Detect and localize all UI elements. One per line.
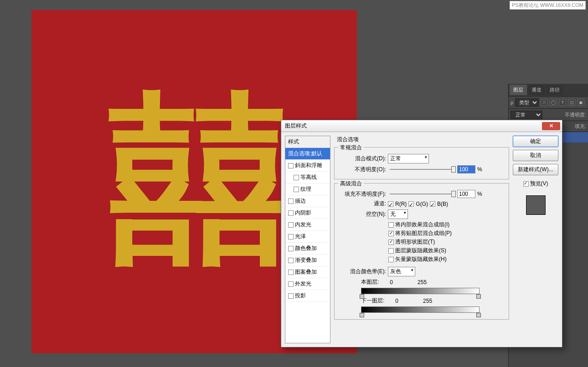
- tab-channels[interactable]: 通道: [528, 85, 545, 95]
- watermark-label: PS教程论坛 WWW.16XX8.COM: [510, 1, 586, 10]
- filter-shape-icon[interactable]: ◫: [568, 99, 575, 106]
- new-style-button[interactable]: 新建样式(W)...: [513, 164, 558, 175]
- under-layer-label: 下一图层:: [361, 297, 384, 305]
- dialog-buttons: 确定 取消 新建样式(W)... 预览(V): [513, 136, 558, 343]
- layer-style-dialog: 图层样式 ✕ 样式 混合选项:默认 斜面和浮雕 等高线 纹理 描边 内阴影 内发…: [281, 120, 562, 347]
- style-item-bevel[interactable]: 斜面和浮雕: [285, 160, 330, 172]
- opt-vectormask-label: 矢量蒙版隐藏效果(H): [395, 255, 447, 263]
- under-black-thumb[interactable]: [360, 313, 364, 317]
- canvas-text-layer: 囍: [108, 59, 281, 305]
- this-black-thumb[interactable]: [360, 294, 364, 299]
- opacity-label: 不透明度(O):: [338, 166, 386, 173]
- fill-opacity-input[interactable]: 100: [457, 190, 475, 198]
- fill-label: 填充:: [575, 123, 586, 130]
- opt-vectormask-check[interactable]: [388, 257, 394, 262]
- channel-g-check[interactable]: ✓: [408, 201, 414, 207]
- tab-layers[interactable]: 图层: [510, 85, 527, 95]
- advanced-legend: 高级混合: [338, 180, 364, 188]
- filter-text-icon[interactable]: T: [559, 99, 566, 106]
- blend-mode-select[interactable]: 正常: [511, 111, 542, 119]
- close-button[interactable]: ✕: [542, 122, 560, 130]
- knockout-dropdown[interactable]: 无: [388, 209, 408, 219]
- opt-clipped-label: 将剪贴图层混合成组(P): [395, 229, 452, 237]
- opt-interior-label: 将内部效果混合成组(I): [395, 221, 449, 229]
- style-item-inner-shadow[interactable]: 内阴影: [285, 207, 330, 219]
- style-item-blending-options[interactable]: 混合选项:默认: [285, 148, 330, 160]
- style-item-texture[interactable]: 纹理: [285, 184, 330, 195]
- this-white-thumb[interactable]: [476, 294, 481, 299]
- styles-list-header: 样式: [285, 136, 330, 148]
- filter-pixel-icon[interactable]: □: [541, 99, 548, 106]
- under-min: 0: [395, 298, 398, 304]
- style-item-outer-glow[interactable]: 外发光: [285, 278, 330, 290]
- opt-clipped-check[interactable]: [388, 231, 394, 236]
- fill-opacity-slider[interactable]: [390, 194, 454, 194]
- opt-transparency-check[interactable]: [388, 240, 394, 245]
- ok-button[interactable]: 确定: [513, 136, 558, 147]
- blendif-channel-dropdown[interactable]: 灰色: [388, 267, 415, 276]
- under-white-thumb[interactable]: [476, 313, 481, 317]
- dialog-title: 图层样式: [285, 122, 307, 130]
- channel-b-check[interactable]: ✓: [430, 201, 435, 207]
- layer-filter-row: ρ 类型 □ ◯ T ◫ ▣: [509, 97, 588, 109]
- style-item-stroke[interactable]: 描边: [285, 195, 330, 207]
- style-item-satin[interactable]: 光泽: [285, 231, 330, 243]
- filter-adjust-icon[interactable]: ◯: [550, 99, 557, 106]
- cancel-button[interactable]: 取消: [513, 150, 558, 161]
- style-item-color-overlay[interactable]: 颜色叠加: [285, 243, 330, 255]
- opacity-input[interactable]: 100: [457, 165, 475, 173]
- advanced-blending-group: 高级混合 填充不透明度(F): 100 % 通道: ✓R(R) ✓G(G) ✓B…: [334, 183, 509, 320]
- section-title: 混合选项: [337, 136, 509, 143]
- channel-b-label: B(B): [437, 201, 448, 207]
- under-layer-gradient[interactable]: [361, 306, 480, 313]
- preview-label: 预览(V): [530, 180, 548, 188]
- tab-paths[interactable]: 路径: [546, 85, 563, 95]
- filter-kind-label: ρ: [511, 100, 513, 105]
- style-item-drop-shadow[interactable]: 投影: [285, 290, 330, 302]
- panel-tabs: 图层 通道 路径: [509, 84, 588, 97]
- channel-r-check[interactable]: ✓: [388, 201, 393, 207]
- blending-options-area: 混合选项 常规混合 混合模式(D): 正常 不透明度(O): 100 % 高级混…: [334, 136, 509, 343]
- fill-opacity-label: 填充不透明度(F):: [338, 190, 386, 198]
- filter-smart-icon[interactable]: ▣: [577, 99, 584, 106]
- blend-mode-label: 混合模式(D):: [338, 155, 386, 163]
- blend-mode-dropdown[interactable]: 正常: [388, 154, 429, 163]
- channel-r-label: R(R): [395, 201, 407, 207]
- layer-blend-row: 正常 不透明度:: [509, 109, 588, 121]
- style-item-contour[interactable]: 等高线: [285, 172, 330, 184]
- general-legend: 常规混合: [338, 144, 364, 152]
- style-item-inner-glow[interactable]: 内发光: [285, 219, 330, 231]
- opacity-label: 不透明度:: [565, 112, 586, 118]
- style-item-pattern-overlay[interactable]: 图案叠加: [285, 266, 330, 278]
- opt-layermask-check[interactable]: [388, 248, 394, 254]
- knockout-label: 挖空(N):: [338, 210, 386, 218]
- filter-kind-select[interactable]: 类型: [515, 98, 539, 107]
- dialog-titlebar[interactable]: 图层样式 ✕: [281, 120, 562, 132]
- channel-g-label: G(G): [416, 201, 428, 207]
- fill-unit: %: [477, 191, 482, 197]
- this-layer-label: 本图层:: [361, 278, 379, 286]
- this-min: 0: [390, 279, 393, 285]
- opt-layermask-label: 图层蒙版隐藏效果(S): [395, 247, 446, 255]
- style-item-gradient-overlay[interactable]: 渐变叠加: [285, 255, 330, 266]
- this-layer-gradient[interactable]: [361, 288, 480, 294]
- opt-transparency-label: 透明形状图层(T): [395, 238, 435, 246]
- preview-checkbox[interactable]: [523, 181, 529, 187]
- blendif-label: 混合颜色带(E):: [338, 268, 386, 275]
- styles-list: 样式 混合选项:默认 斜面和浮雕 等高线 纹理 描边 内阴影 内发光 光泽 颜色…: [285, 136, 330, 343]
- opacity-slider[interactable]: [390, 169, 454, 170]
- opt-interior-check[interactable]: [388, 222, 394, 228]
- general-blending-group: 常规混合 混合模式(D): 正常 不透明度(O): 100 %: [334, 147, 509, 179]
- this-max: 255: [418, 279, 427, 285]
- preview-swatch: [526, 195, 546, 215]
- channels-label: 通道:: [338, 200, 386, 208]
- opacity-unit: %: [477, 166, 482, 173]
- under-max: 255: [423, 298, 432, 304]
